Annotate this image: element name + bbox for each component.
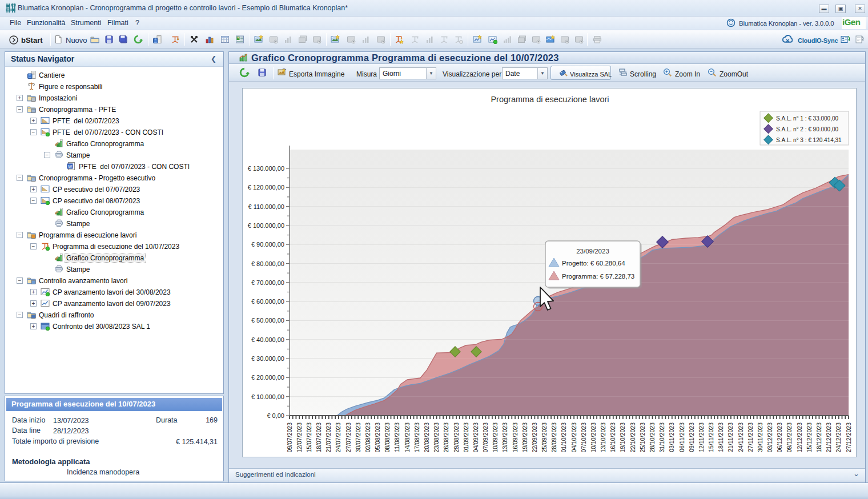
svg-text:€ 50.000,00: € 50.000,00 — [251, 317, 284, 324]
svg-text:28/09/2023: 28/09/2023 — [550, 422, 557, 453]
svg-text:€ 120.000,00: € 120.000,00 — [248, 184, 284, 191]
svg-text:08/08/2023: 08/08/2023 — [384, 422, 391, 453]
svg-text:22/10/2023: 22/10/2023 — [629, 422, 636, 453]
svg-text:03/11/2023: 03/11/2023 — [668, 422, 675, 452]
svg-text:16/10/2023: 16/10/2023 — [609, 422, 616, 453]
svg-text:22/09/2023: 22/09/2023 — [531, 422, 538, 453]
svg-text:S.A.L. n° 3 : € 120.414,31: S.A.L. n° 3 : € 120.414,31 — [776, 137, 842, 143]
svg-text:15/11/2023: 15/11/2023 — [708, 422, 714, 452]
svg-text:24/12/2023: 24/12/2023 — [835, 422, 842, 453]
svg-text:27/11/2023: 27/11/2023 — [747, 422, 754, 452]
svg-text:13/10/2023: 13/10/2023 — [600, 422, 606, 453]
svg-text:€ 0,00: € 0,00 — [267, 412, 284, 419]
svg-text:19/09/2023: 19/09/2023 — [521, 422, 528, 453]
svg-text:10/10/2023: 10/10/2023 — [590, 422, 597, 453]
svg-text:18/12/2023: 18/12/2023 — [815, 422, 822, 453]
svg-text:09/07/2023: 09/07/2023 — [286, 422, 293, 453]
svg-text:23/09/2023: 23/09/2023 — [576, 248, 609, 255]
svg-text:28/10/2023: 28/10/2023 — [649, 422, 656, 453]
svg-text:S.A.L. n° 1 : € 33.000,00: S.A.L. n° 1 : € 33.000,00 — [776, 115, 839, 122]
svg-text:W: W — [68, 164, 73, 169]
svg-text:10/09/2023: 10/09/2023 — [492, 422, 499, 453]
svg-text:06/11/2023: 06/11/2023 — [678, 422, 685, 452]
svg-text:24/07/2023: 24/07/2023 — [335, 422, 341, 453]
svg-text:15/12/2023: 15/12/2023 — [806, 422, 813, 453]
svg-text:€ 20.000,00: € 20.000,00 — [251, 374, 284, 381]
svg-text:25/09/2023: 25/09/2023 — [541, 422, 548, 453]
svg-text:11/08/2023: 11/08/2023 — [393, 422, 400, 452]
svg-text:27/07/2023: 27/07/2023 — [345, 422, 352, 453]
svg-text:18/11/2023: 18/11/2023 — [717, 422, 724, 452]
svg-text:29/08/2023: 29/08/2023 — [453, 422, 460, 453]
svg-text:26/08/2023: 26/08/2023 — [443, 422, 449, 453]
svg-text:06/12/2023: 06/12/2023 — [776, 422, 783, 453]
svg-text:04/09/2023: 04/09/2023 — [472, 422, 479, 453]
svg-text:09/11/2023: 09/11/2023 — [688, 422, 695, 452]
svg-text:€ 30.000,00: € 30.000,00 — [251, 355, 284, 362]
svg-text:13/09/2023: 13/09/2023 — [501, 422, 508, 453]
svg-text:14/08/2023: 14/08/2023 — [404, 422, 411, 453]
svg-text:€ 60.000,00: € 60.000,00 — [251, 298, 284, 305]
svg-text:05/08/2023: 05/08/2023 — [374, 422, 381, 453]
svg-text:19/10/2023: 19/10/2023 — [619, 422, 626, 453]
svg-text:31/10/2023: 31/10/2023 — [658, 422, 665, 453]
svg-text:30/11/2023: 30/11/2023 — [757, 422, 763, 452]
svg-text:Programma di esecuzione lavori: Programma di esecuzione lavori — [491, 95, 609, 104]
svg-text:21/11/2023: 21/11/2023 — [727, 422, 734, 452]
svg-text:25/10/2023: 25/10/2023 — [639, 422, 646, 453]
svg-text:23/08/2023: 23/08/2023 — [433, 422, 440, 453]
svg-text:04/10/2023: 04/10/2023 — [570, 422, 577, 453]
svg-text:12/07/2023: 12/07/2023 — [296, 422, 303, 453]
svg-text:03/12/2023: 03/12/2023 — [766, 422, 773, 453]
svg-text:24/11/2023: 24/11/2023 — [737, 422, 744, 452]
svg-text:S.A.L. n° 2 : € 90.000,00: S.A.L. n° 2 : € 90.000,00 — [776, 126, 839, 132]
svg-text:Progetto: € 60.280,64: Progetto: € 60.280,64 — [562, 260, 625, 267]
svg-text:01/10/2023: 01/10/2023 — [560, 422, 567, 453]
svg-text:12/12/2023: 12/12/2023 — [796, 422, 803, 453]
svg-text:12/11/2023: 12/11/2023 — [698, 422, 705, 452]
svg-text:09/12/2023: 09/12/2023 — [786, 422, 793, 453]
svg-text:€ 10.000,00: € 10.000,00 — [251, 393, 284, 400]
svg-text:07/10/2023: 07/10/2023 — [580, 422, 587, 453]
svg-text:20/08/2023: 20/08/2023 — [423, 422, 430, 453]
svg-text:27/12/2023: 27/12/2023 — [845, 422, 852, 453]
svg-text:€ 90.000,00: € 90.000,00 — [251, 241, 284, 248]
svg-text:18/07/2023: 18/07/2023 — [315, 422, 322, 453]
svg-text:01/09/2023: 01/09/2023 — [463, 422, 469, 453]
svg-text:21/12/2023: 21/12/2023 — [825, 422, 832, 453]
svg-text:02/08/2023: 02/08/2023 — [364, 422, 371, 453]
svg-text:30/07/2023: 30/07/2023 — [355, 422, 361, 453]
svg-text:€ 70.000,00: € 70.000,00 — [251, 279, 284, 286]
svg-text:17/08/2023: 17/08/2023 — [413, 422, 420, 453]
svg-text:21/07/2023: 21/07/2023 — [325, 422, 332, 453]
svg-text:€ 130.000,00: € 130.000,00 — [248, 165, 284, 172]
svg-text:16/09/2023: 16/09/2023 — [512, 422, 519, 453]
svg-text:15/07/2023: 15/07/2023 — [306, 422, 312, 453]
svg-text:Programma: € 57.228,73: Programma: € 57.228,73 — [562, 273, 634, 280]
svg-text:07/09/2023: 07/09/2023 — [482, 422, 489, 453]
svg-text:€ 100.000,00: € 100.000,00 — [248, 222, 284, 229]
svg-text:€ 40.000,00: € 40.000,00 — [251, 336, 284, 343]
svg-text:€ 110.000,00: € 110.000,00 — [248, 203, 284, 210]
svg-text:€ 80.000,00: € 80.000,00 — [251, 260, 284, 267]
